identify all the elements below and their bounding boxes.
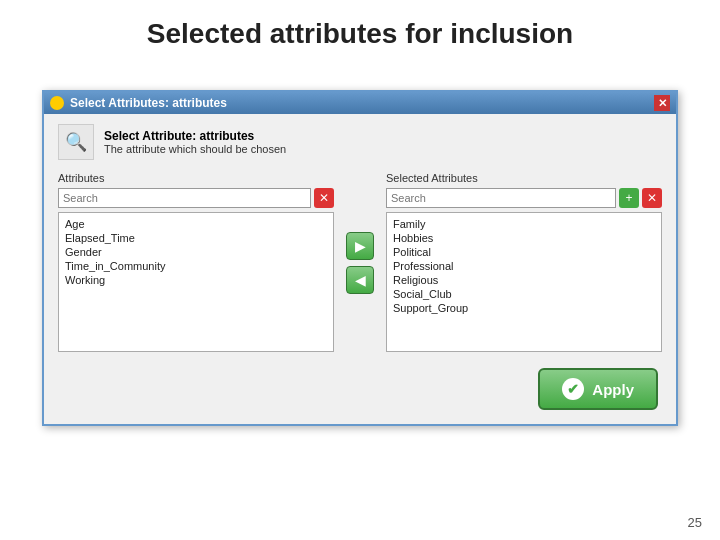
attributes-column: Attributes ✕ Age Elapsed_Time Gender Tim… <box>58 172 334 352</box>
page-title: Selected attributes for inclusion <box>0 0 720 64</box>
list-item[interactable]: Professional <box>391 259 657 273</box>
select-attributes-dialog: Select Attributes: attributes ✕ 🔍 Select… <box>42 90 678 426</box>
apply-button[interactable]: ✔ Apply <box>538 368 658 410</box>
dialog-title: Select Attributes: attributes <box>70 96 227 110</box>
attributes-search-input[interactable] <box>58 188 311 208</box>
apply-check-icon: ✔ <box>562 378 584 400</box>
attributes-search-row: ✕ <box>58 188 334 208</box>
title-icon <box>50 96 64 110</box>
footer-row: ✔ Apply <box>58 368 662 410</box>
dialog-header-icon: 🔍 <box>58 124 94 160</box>
list-item[interactable]: Gender <box>63 245 329 259</box>
list-item[interactable]: Social_Club <box>391 287 657 301</box>
selected-search-row: + ✕ <box>386 188 662 208</box>
header-label-bold: attributes <box>200 129 255 143</box>
move-left-button[interactable]: ◀ <box>346 266 374 294</box>
list-item[interactable]: Elapsed_Time <box>63 231 329 245</box>
move-right-button[interactable]: ▶ <box>346 232 374 260</box>
list-item[interactable]: Time_in_Community <box>63 259 329 273</box>
list-item[interactable]: Hobbies <box>391 231 657 245</box>
selected-search-input[interactable] <box>386 188 616 208</box>
header-label-prefix: Select Attribute: <box>104 129 196 143</box>
header-sub-text: The attribute which should be chosen <box>104 143 286 155</box>
arrows-column: ▶ ◀ <box>342 172 378 294</box>
page-number: 25 <box>688 515 702 530</box>
selected-clear-button[interactable]: ✕ <box>642 188 662 208</box>
header-select-label: Select Attribute: attributes <box>104 129 286 143</box>
dialog-header-text: Select Attribute: attributes The attribu… <box>104 129 286 155</box>
list-item[interactable]: Support_Group <box>391 301 657 315</box>
magnify-icon: 🔍 <box>65 131 87 153</box>
close-button[interactable]: ✕ <box>654 95 670 111</box>
dialog-body: 🔍 Select Attribute: attributes The attri… <box>44 114 676 424</box>
selected-column: Selected Attributes + ✕ Family Hobbies P… <box>386 172 662 352</box>
columns-row: Attributes ✕ Age Elapsed_Time Gender Tim… <box>58 172 662 352</box>
apply-label: Apply <box>592 381 634 398</box>
titlebar-left: Select Attributes: attributes <box>50 96 227 110</box>
list-item[interactable]: Working <box>63 273 329 287</box>
list-item[interactable]: Family <box>391 217 657 231</box>
selected-column-label: Selected Attributes <box>386 172 662 184</box>
list-item[interactable]: Political <box>391 245 657 259</box>
attributes-list: Age Elapsed_Time Gender Time_in_Communit… <box>58 212 334 352</box>
dialog-header: 🔍 Select Attribute: attributes The attri… <box>58 124 662 160</box>
list-item[interactable]: Religious <box>391 273 657 287</box>
attributes-clear-button[interactable]: ✕ <box>314 188 334 208</box>
selected-list: Family Hobbies Political Professional Re… <box>386 212 662 352</box>
selected-add-button[interactable]: + <box>619 188 639 208</box>
list-item[interactable]: Age <box>63 217 329 231</box>
dialog-titlebar: Select Attributes: attributes ✕ <box>44 92 676 114</box>
attributes-column-label: Attributes <box>58 172 334 184</box>
